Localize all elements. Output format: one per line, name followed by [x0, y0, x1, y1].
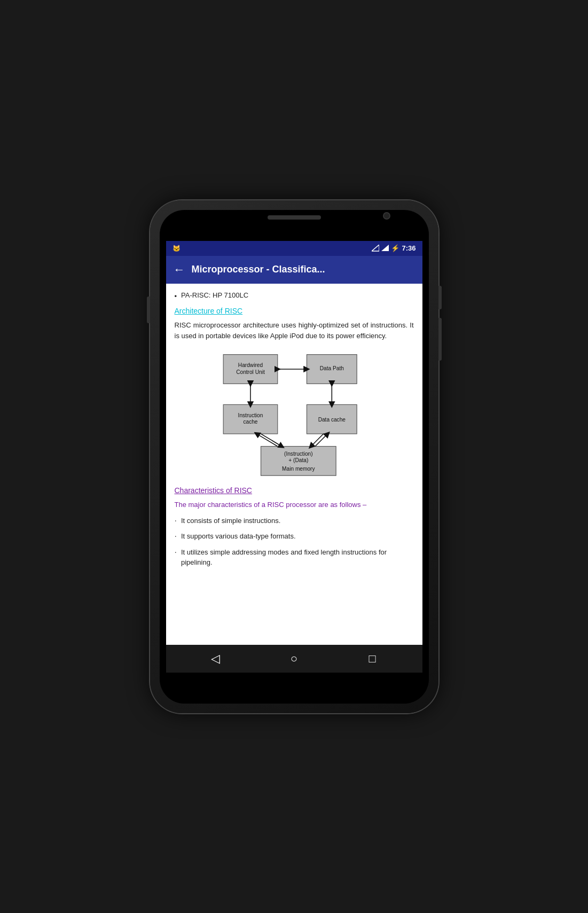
risc-diagram: Hardwired Control Unit Data Path Instruc… [175, 346, 414, 480]
svg-text:cache: cache [243, 419, 257, 425]
app-bar: ← Microprocessor - Classifica... [166, 256, 422, 284]
status-bar: 🐱 ⚡ 7:36 [166, 241, 422, 256]
list-bullet-icon: · [175, 548, 177, 557]
svg-line-21 [256, 434, 277, 446]
phone-screen: 🐱 ⚡ 7:36 ← Microprocessor - Classifica..… [160, 210, 429, 704]
bullet-pa-risc-text: PA-RISC: HP 7100LC [181, 290, 248, 301]
page-title: Microprocessor - Classifica... [192, 264, 325, 275]
status-right: ⚡ 7:36 [372, 244, 415, 252]
volume-button[interactable] [147, 296, 150, 323]
char-item-3: It utilizes simple addressing modes and … [181, 547, 414, 568]
time-display: 7:36 [402, 244, 415, 252]
list-bullet-icon: · [175, 517, 177, 525]
list-item: · It consists of simple instructions. [175, 516, 414, 526]
screen-content: 🐱 ⚡ 7:36 ← Microprocessor - Classifica..… [166, 241, 422, 673]
camera [383, 212, 390, 220]
characteristics-description: The major characteristics of a RISC proc… [175, 500, 414, 510]
svg-text:Data Path: Data Path [319, 365, 343, 371]
characteristics-list: · It consists of simple instructions. · … [175, 516, 414, 568]
status-left: 🐱 [173, 245, 181, 252]
navigation-bar: ◁ ○ □ [166, 645, 422, 673]
back-nav-button[interactable]: ◁ [205, 648, 226, 669]
bullet-dot-icon: • [175, 291, 177, 302]
power-button[interactable] [438, 286, 442, 309]
svg-text:Hardwired: Hardwired [238, 362, 262, 368]
home-nav-button[interactable]: ○ [283, 648, 304, 669]
svg-text:Instruction: Instruction [238, 412, 263, 418]
content-area: • PA-RISC: HP 7100LC Architecture of RIS… [166, 284, 422, 645]
svg-text:(Instruction): (Instruction) [284, 451, 313, 457]
svg-marker-0 [372, 245, 379, 251]
list-item: · It utilizes simple addressing modes an… [175, 547, 414, 568]
svg-text:+ (Data): + (Data) [288, 457, 308, 463]
speaker [268, 215, 321, 220]
architecture-diagram-svg: Hardwired Control Unit Data Path Instruc… [198, 346, 390, 480]
list-item: · It supports various data-type formats. [175, 531, 414, 542]
characteristics-risc-link[interactable]: Characteristics of RISC [175, 485, 414, 496]
char-item-2: It supports various data-type formats. [181, 531, 296, 542]
phone-device: 🐱 ⚡ 7:36 ← Microprocessor - Classifica..… [150, 200, 438, 713]
svg-text:Control Unit: Control Unit [236, 369, 265, 375]
back-button[interactable]: ← [174, 263, 185, 277]
list-bullet-icon: · [175, 532, 177, 541]
svg-line-19 [261, 434, 281, 446]
architecture-risc-link[interactable]: Architecture of RISC [175, 306, 414, 317]
bullet-pa-risc: • PA-RISC: HP 7100LC [175, 290, 414, 302]
char-item-1: It consists of simple instructions. [181, 516, 280, 526]
svg-text:Data cache: Data cache [318, 417, 346, 423]
svg-text:Main memory: Main memory [282, 466, 315, 472]
recent-nav-button[interactable]: □ [362, 648, 383, 669]
volume-down-button[interactable] [438, 318, 442, 361]
svg-marker-1 [381, 245, 389, 251]
battery-icon: ⚡ [391, 244, 399, 252]
app-icon: 🐱 [173, 245, 181, 252]
risc-description: RISC microprocessor architecture uses hi… [175, 320, 414, 341]
signal-filled-icon [381, 245, 389, 252]
signal-outline-icon [372, 245, 379, 252]
